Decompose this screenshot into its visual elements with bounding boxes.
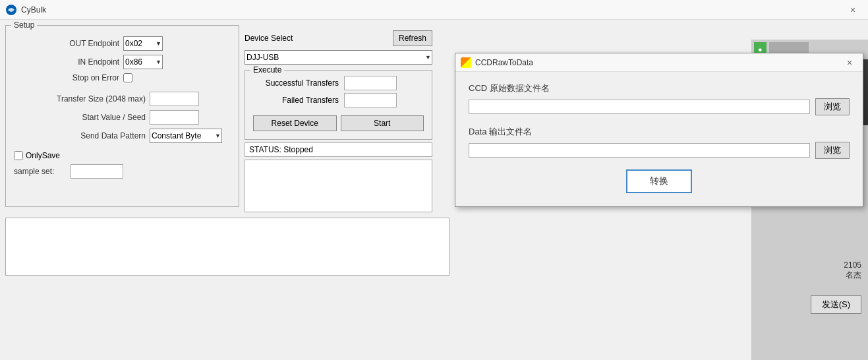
start-value-label: Start Value / Seed: [14, 113, 146, 122]
main-content: Setup OUT Endpoint 0x02 0x04 IN Endpoint: [0, 20, 868, 360]
data-file-row: 浏览: [469, 142, 850, 159]
dialog-title: CCDRawToData: [475, 58, 533, 67]
convert-button[interactable]: 转换: [626, 169, 692, 193]
status-display: STATUS: Stopped: [245, 142, 432, 157]
device-select-row: Device Select Refresh: [245, 25, 432, 46]
ccd-file-label: CCD 原始数据文件名: [469, 82, 850, 94]
data-browse-button[interactable]: 浏览: [815, 142, 850, 159]
out-endpoint-select-wrapper: 0x02 0x04: [123, 36, 163, 51]
successful-transfers-value: 514: [344, 76, 397, 90]
dialog-icon: [461, 57, 471, 68]
transfer-size-row: Transfer Size (2048 max) 512: [14, 92, 231, 106]
device-dropdown-row: DJJ-USB: [245, 50, 432, 65]
log-area: [245, 160, 432, 212]
ccd-file-input[interactable]: [469, 100, 810, 114]
pattern-select-wrapper: Constant Byte PRBS Sequential: [150, 129, 222, 143]
stop-on-error-row: Stop on Error: [14, 73, 231, 82]
cybulk-panel: Setup OUT Endpoint 0x02 0x04 IN Endpoint: [0, 20, 455, 360]
execute-group-label: Execute: [250, 65, 284, 75]
control-buttons-row: Reset Device Start: [253, 115, 424, 131]
data-file-input[interactable]: [469, 143, 810, 158]
in-endpoint-label: IN Endpoint: [14, 57, 119, 67]
in-endpoint-select[interactable]: 0x86 0x82: [123, 55, 163, 69]
pattern-select[interactable]: Constant Byte PRBS Sequential: [150, 129, 222, 143]
sample-set-input[interactable]: 1000: [71, 164, 123, 179]
dialog-body: CCD 原始数据文件名 浏览 Data 输出文件名 浏览 转换: [455, 72, 863, 206]
number2: 名杰: [844, 270, 861, 281]
setup-group: Setup OUT Endpoint 0x02 0x04 IN Endpoint: [5, 25, 239, 207]
ccd-browse-button[interactable]: 浏览: [815, 98, 850, 115]
out-endpoint-select[interactable]: 0x02 0x04: [123, 36, 163, 51]
fasong-button[interactable]: 发送(S): [811, 295, 861, 314]
dialog-close-button[interactable]: ×: [836, 53, 863, 72]
sample-set-label: sample set:: [14, 167, 67, 176]
refresh-button[interactable]: Refresh: [393, 30, 432, 46]
start-value-row: Start Value / Seed 2: [14, 110, 231, 125]
send-data-pattern-row: Send Data Pattern Constant Byte PRBS Seq…: [14, 129, 231, 143]
status-text: STATUS: Stopped: [249, 145, 313, 154]
successful-transfers-row: Successful Transfers 514: [253, 76, 424, 90]
data-file-label: Data 输出文件名: [469, 126, 850, 138]
device-select-label: Device Select: [245, 34, 293, 43]
sample-set-row: sample set: 1000: [14, 164, 231, 179]
only-save-row: OnlySave: [14, 151, 231, 160]
device-select-wrapper: DJJ-USB: [245, 50, 432, 65]
app-title: CyBulk: [21, 5, 46, 15]
stop-on-error-checkbox[interactable]: [123, 73, 132, 82]
transfer-size-label: Transfer Size (2048 max): [14, 94, 146, 104]
start-button[interactable]: Start: [341, 115, 424, 131]
out-endpoint-row: OUT Endpoint 0x02 0x04: [14, 36, 231, 51]
right-numbers: 2105 名杰: [844, 260, 861, 281]
dialog-titlebar: CCDRawToData ×: [455, 53, 863, 72]
start-value-input[interactable]: 2: [150, 110, 199, 125]
bottom-log-area: [5, 218, 449, 276]
ccd-raw-to-data-dialog[interactable]: CCDRawToData × CCD 原始数据文件名 浏览 Data 输出文件名…: [455, 53, 863, 207]
send-data-pattern-label: Send Data Pattern: [14, 131, 146, 140]
only-save-checkbox[interactable]: [14, 151, 23, 160]
app-close-button[interactable]: ×: [838, 0, 868, 20]
in-endpoint-row: IN Endpoint 0x86 0x82: [14, 55, 231, 69]
in-endpoint-select-wrapper: 0x86 0x82: [123, 55, 163, 69]
right-sub-panel: Device Select Refresh DJJ-USB Execute: [245, 25, 432, 212]
stop-on-error-label: Stop on Error: [14, 73, 119, 82]
device-select[interactable]: DJJ-USB: [245, 50, 432, 65]
setup-group-label: Setup: [11, 20, 37, 30]
failed-transfers-value: 2: [344, 93, 397, 107]
number1: 2105: [844, 260, 861, 270]
transfer-size-input[interactable]: 512: [150, 92, 199, 106]
failed-transfers-row: Failed Transfers 2: [253, 93, 424, 107]
successful-transfers-label: Successful Transfers: [253, 78, 339, 88]
reset-device-button[interactable]: Reset Device: [253, 115, 337, 131]
execute-group: Execute Successful Transfers 514 Failed …: [245, 70, 432, 140]
out-endpoint-label: OUT Endpoint: [14, 39, 119, 48]
only-save-label: OnlySave: [26, 151, 60, 160]
title-bar: CyBulk ×: [0, 0, 868, 20]
app-logo: [5, 4, 17, 16]
ccd-file-row: 浏览: [469, 98, 850, 115]
failed-transfers-label: Failed Transfers: [253, 96, 339, 105]
convert-row: 转换: [469, 169, 850, 193]
